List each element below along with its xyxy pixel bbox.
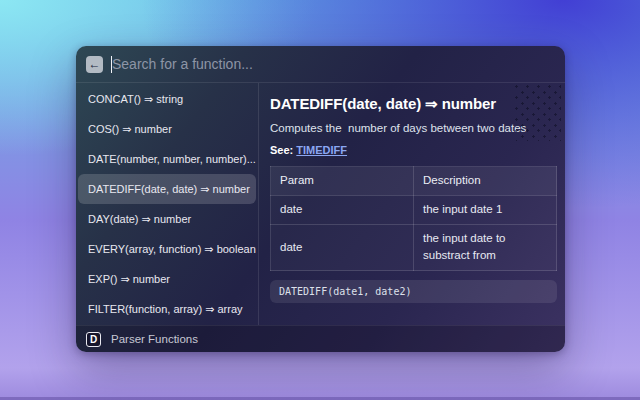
back-button[interactable]: ← xyxy=(86,56,103,73)
function-list: CONCAT() ⇒ string COS() ⇒ number DATE(nu… xyxy=(76,83,259,325)
params-table: Param Description date the input date 1 … xyxy=(270,166,557,271)
function-list-item-cos[interactable]: COS() ⇒ number xyxy=(78,114,256,144)
parser-logo-badge: D xyxy=(86,332,101,347)
code-example: DATEDIFF(date1, date2) xyxy=(270,280,557,303)
params-table-header-row: Param Description xyxy=(271,167,557,196)
palette-body: CONCAT() ⇒ string COS() ⇒ number DATE(nu… xyxy=(76,83,565,325)
function-list-item-every[interactable]: EVERY(array, function) ⇒ boolean xyxy=(78,234,256,264)
search-input[interactable] xyxy=(103,56,555,72)
back-arrow-icon: ← xyxy=(89,56,101,73)
see-also-row: See: TIMEDIFF xyxy=(270,144,557,156)
params-table-header-param: Param xyxy=(271,167,414,196)
param-name-cell: date xyxy=(271,195,414,224)
function-list-item-filter[interactable]: FILTER(function, array) ⇒ array xyxy=(78,294,256,324)
function-list-item-concat[interactable]: CONCAT() ⇒ string xyxy=(78,84,256,114)
function-detail-panel: DATEDIFF(date, date) ⇒ number Computes t… xyxy=(259,83,565,325)
see-also-link-timediff[interactable]: TIMEDIFF xyxy=(296,144,347,156)
text-caret xyxy=(111,56,112,73)
function-search-palette: ← CONCAT() ⇒ string COS() ⇒ number DATE(… xyxy=(76,46,565,352)
param-name-cell: date xyxy=(271,224,414,271)
see-also-label: See: xyxy=(270,144,293,156)
function-list-item-date[interactable]: DATE(number, number, number)... xyxy=(78,144,256,174)
params-table-header-description: Description xyxy=(414,167,557,196)
params-table-row: date the input date to substract from xyxy=(271,224,557,271)
function-list-item-datediff[interactable]: DATEDIFF(date, date) ⇒ number xyxy=(78,174,256,204)
footer-label: Parser Functions xyxy=(111,333,198,345)
param-description-cell: the input date to substract from xyxy=(414,224,557,271)
params-table-row: date the input date 1 xyxy=(271,195,557,224)
function-list-item-exp[interactable]: EXP() ⇒ number xyxy=(78,264,256,294)
function-title: DATEDIFF(date, date) ⇒ number xyxy=(270,95,557,113)
param-description-cell: the input date 1 xyxy=(414,195,557,224)
function-description: Computes the number of days between two … xyxy=(270,122,557,134)
search-input-wrap xyxy=(103,46,555,82)
search-bar: ← xyxy=(76,46,565,83)
function-list-item-day[interactable]: DAY(date) ⇒ number xyxy=(78,204,256,234)
palette-footer: D Parser Functions xyxy=(76,325,565,352)
